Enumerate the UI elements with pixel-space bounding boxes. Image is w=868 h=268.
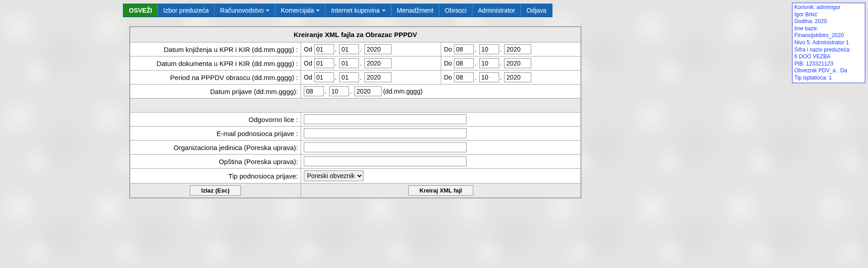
nav-komercijala[interactable]: Komercijala <box>275 4 326 17</box>
label-tip-podnosioca: Tip podnosioca prijave: <box>130 169 301 183</box>
cell-r1-od: Od . . <box>301 42 441 56</box>
cell-r7 <box>301 141 581 155</box>
r3-do-day[interactable] <box>454 72 474 82</box>
label-datum-prijave: Datum prijave (dd.mm.gggg): <box>130 85 301 99</box>
label-odgovorno-lice: Odgovorno lice : <box>130 113 301 127</box>
r1-od-month[interactable] <box>339 44 359 54</box>
info-obveznik: Obveznik PDV_a : Da <box>794 67 863 75</box>
label-opstina: Opština (Poreska uprava): <box>130 155 301 169</box>
cell-create: Kreiraj XML fajl <box>301 183 581 198</box>
r3-do-month[interactable] <box>479 72 499 82</box>
info-korisnik: Korisnik: adminigor <box>794 4 863 11</box>
nav-label: Obrasci <box>445 7 467 14</box>
session-info-box: Korisnik: adminigor Igor Brkić Godina: 2… <box>792 3 865 83</box>
form-container: Kreiranje XML fajla za Obrazac PPPDV Dat… <box>129 26 581 198</box>
form-title: Kreiranje XML fajla za Obrazac PPPDV <box>130 27 581 42</box>
cell-r2-do: Do . . <box>441 56 581 71</box>
nav-menadzment[interactable]: Menadžment <box>392 4 439 17</box>
label-email: E-mail podnosioca prijave : <box>130 127 301 141</box>
chevron-down-icon <box>382 9 386 12</box>
cell-exit: Izlaz (Esc) <box>130 183 301 198</box>
info-ime: Igor Brkić <box>794 11 863 19</box>
r3-do-year[interactable] <box>504 72 531 82</box>
tip-podnosioca-select[interactable]: Poreski obveznik <box>304 170 363 181</box>
od-label: Od <box>304 74 312 81</box>
info-pib: PIB: 123321123 <box>794 61 863 68</box>
chevron-down-icon <box>316 9 320 12</box>
label-org-jedinica: Organizaciona jedinica (Poreska uprava): <box>130 141 301 155</box>
r4-year[interactable] <box>354 86 382 96</box>
r1-do-month[interactable] <box>479 44 499 54</box>
label-period: Period na PPPDV obrascu (dd.mm.gggg) : <box>130 71 301 85</box>
exit-button[interactable]: Izlaz (Esc) <box>190 185 241 196</box>
r3-od-month[interactable] <box>339 72 359 82</box>
cell-r4: . . (dd.mm.gggg) <box>301 85 581 99</box>
cell-r1-do: Do . . <box>441 42 581 56</box>
cell-r3-do: Do . . <box>441 71 581 85</box>
pppdv-form-table: Kreiranje XML fajla za Obrazac PPPDV Dat… <box>129 26 581 198</box>
cell-r6 <box>301 127 581 141</box>
nav-label: Izbor preduzeća <box>163 7 208 14</box>
info-godina: Godina: 2020 <box>794 18 863 25</box>
info-tip: Tip isplatioca: 1 <box>794 75 863 82</box>
chevron-down-icon <box>266 9 269 12</box>
cell-r9: Poreski obveznik <box>301 169 581 183</box>
r1-od-year[interactable] <box>364 44 392 54</box>
nav-label: Internet kupovina <box>331 7 379 14</box>
do-label: Do <box>444 46 452 53</box>
r4-day[interactable] <box>304 86 324 96</box>
info-nivo: Nivo 5: Administrator 1 <box>794 39 863 47</box>
nav-administrator[interactable]: Administrator <box>472 4 521 17</box>
odgovorno-lice-input[interactable] <box>304 114 467 124</box>
r1-do-day[interactable] <box>454 44 474 54</box>
nav-izbor-preduzeca[interactable]: Izbor preduzeća <box>158 4 214 17</box>
cell-r5 <box>301 113 581 127</box>
info-baza-value: Finansijskibiro_2020 <box>794 32 863 39</box>
r2-do-day[interactable] <box>454 58 474 68</box>
cell-r2-od: Od . . <box>301 56 441 71</box>
nav-label: Menadžment <box>397 7 434 14</box>
r2-od-month[interactable] <box>339 58 359 68</box>
email-input[interactable] <box>304 128 467 138</box>
r2-do-month[interactable] <box>479 58 499 68</box>
r3-od-year[interactable] <box>364 72 392 82</box>
date-hint: (dd.mm.gggg) <box>383 88 422 95</box>
opstina-input[interactable] <box>304 156 467 166</box>
r2-od-year[interactable] <box>364 58 392 68</box>
r1-do-year[interactable] <box>504 44 531 54</box>
od-label: Od <box>304 46 312 53</box>
r1-od-day[interactable] <box>314 44 334 54</box>
nav-racunovodstvo[interactable]: Računovodstvo <box>215 4 276 17</box>
nav-label: Komercijala <box>281 7 314 14</box>
top-nav: OSVEŽI Izbor preduzeća Računovodstvo Kom… <box>123 4 552 17</box>
create-xml-button[interactable]: Kreiraj XML fajl <box>408 185 473 196</box>
do-label: Do <box>444 74 452 81</box>
info-sifra-label: Šifra i naziv preduzeća: <box>794 47 863 54</box>
info-baza-label: Ime baze: <box>794 25 863 33</box>
r3-od-day[interactable] <box>314 72 334 82</box>
nav-odjava[interactable]: Odjava <box>521 4 552 17</box>
r2-od-day[interactable] <box>314 58 334 68</box>
r2-do-year[interactable] <box>504 58 531 68</box>
nav-label: Odjava <box>526 7 546 14</box>
do-label: Do <box>444 60 452 67</box>
nav-obrasci[interactable]: Obrasci <box>439 4 472 17</box>
nav-refresh[interactable]: OSVEŽI <box>123 4 158 17</box>
od-label: Od <box>304 60 312 67</box>
label-datum-dokumenta: Datum dokumenta u KPR i KIR (dd.mm.gggg)… <box>130 56 301 71</box>
nav-internet-kupovina[interactable]: Internet kupovina <box>326 4 391 17</box>
r4-month[interactable] <box>329 86 349 96</box>
info-sifra-value: 6 DOO VEZBA <box>794 53 863 61</box>
spacer-row <box>130 99 581 113</box>
nav-label: Računovodstvo <box>220 7 264 14</box>
nav-label: Administrator <box>478 7 515 14</box>
label-datum-knjizenja: Datum knjiženja u KPR i KIR (dd.mm.gggg)… <box>130 42 301 56</box>
cell-r8 <box>301 155 581 169</box>
cell-r3-od: Od . . <box>301 71 441 85</box>
org-jedinica-input[interactable] <box>304 142 467 152</box>
